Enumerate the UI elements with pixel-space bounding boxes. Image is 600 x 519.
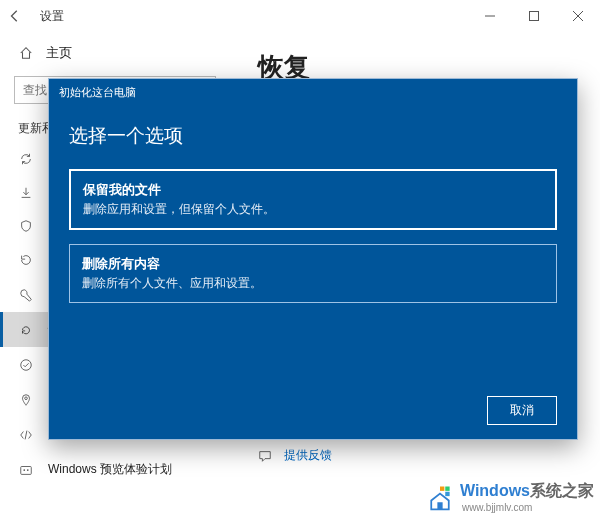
find-icon <box>18 393 34 407</box>
feedback-link-text: 提供反馈 <box>284 447 332 464</box>
svg-point-5 <box>25 396 28 399</box>
window-titlebar: 设置 <box>0 0 600 32</box>
sidebar-home[interactable]: 主页 <box>0 38 230 68</box>
download-icon <box>18 186 34 200</box>
minimize-button[interactable] <box>468 0 512 32</box>
dialog-title: 初始化这台电脑 <box>59 85 136 100</box>
svg-point-7 <box>23 469 25 471</box>
home-icon <box>18 46 34 60</box>
recovery-icon <box>18 323 34 337</box>
svg-rect-13 <box>445 487 449 491</box>
shield-icon <box>18 219 34 233</box>
maximize-button[interactable] <box>512 0 556 32</box>
svg-rect-6 <box>21 466 32 474</box>
option-remove-everything[interactable]: 删除所有内容 删除所有个人文件、应用和设置。 <box>69 244 557 303</box>
svg-rect-12 <box>440 487 444 491</box>
reset-pc-dialog: 初始化这台电脑 选择一个选项 保留我的文件 删除应用和设置，但保留个人文件。 删… <box>48 78 578 440</box>
watermark-url: www.bjjmlv.com <box>462 502 594 513</box>
option-title: 保留我的文件 <box>83 181 543 199</box>
activation-icon <box>18 358 34 372</box>
window-controls <box>468 0 600 32</box>
watermark: Windows系统之家 www.bjjmlv.com <box>426 481 594 513</box>
svg-point-4 <box>21 359 32 370</box>
sidebar-item-label: Windows 预览体验计划 <box>48 461 172 478</box>
feedback-icon <box>258 449 274 463</box>
sidebar-home-label: 主页 <box>46 44 72 62</box>
svg-rect-14 <box>445 492 449 496</box>
close-button[interactable] <box>556 0 600 32</box>
watermark-text-1: Windows <box>460 482 530 499</box>
option-title: 删除所有内容 <box>82 255 544 273</box>
svg-rect-11 <box>437 502 442 509</box>
sidebar-item-insider[interactable]: Windows 预览体验计划 <box>0 452 230 487</box>
svg-point-8 <box>27 469 29 471</box>
watermark-text-2: 系统之家 <box>530 482 594 499</box>
dialog-heading: 选择一个选项 <box>69 123 557 149</box>
logo-icon <box>426 483 454 511</box>
cancel-button[interactable]: 取消 <box>487 396 557 425</box>
back-button[interactable] <box>8 9 32 23</box>
option-desc: 删除所有个人文件、应用和设置。 <box>82 275 544 292</box>
insider-icon <box>18 463 34 477</box>
developer-icon <box>18 428 34 442</box>
window-title: 设置 <box>40 8 64 25</box>
feedback-link[interactable]: 提供反馈 <box>258 447 572 464</box>
troubleshoot-icon <box>18 288 34 302</box>
option-desc: 删除应用和设置，但保留个人文件。 <box>83 201 543 218</box>
sync-icon <box>18 152 34 166</box>
dialog-titlebar: 初始化这台电脑 <box>49 79 577 105</box>
backup-icon <box>18 253 34 267</box>
option-keep-files[interactable]: 保留我的文件 删除应用和设置，但保留个人文件。 <box>69 169 557 230</box>
svg-rect-1 <box>530 12 539 21</box>
